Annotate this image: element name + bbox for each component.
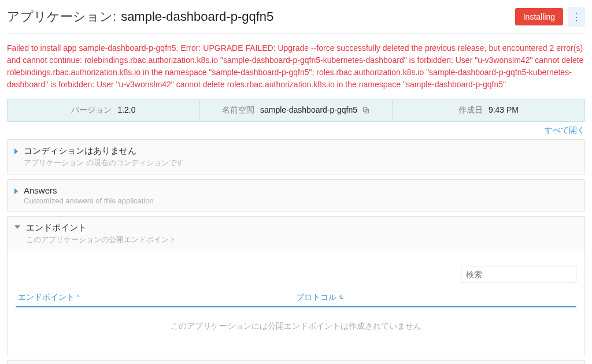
copy-icon[interactable] [362, 106, 370, 115]
namespace-value: sample-dashboard-p-gqfn5 [260, 105, 357, 114]
page-title: アプリケーション: sample-dashboard-p-gqfn5 [7, 8, 273, 25]
info-strip: バージョン 1.2.0 名前空間 sample-dashboard-p-gqfn… [7, 99, 585, 122]
page-header: アプリケーション: sample-dashboard-p-gqfn5 Insta… [7, 7, 585, 34]
version-value: 1.2.0 [117, 105, 135, 114]
error-message: Failed to install app sample-dashboard-p… [7, 42, 585, 91]
conditions-panel: コンディションはありません アプリケーション の現在のコンディションです [7, 139, 585, 174]
chevron-down-icon [14, 225, 20, 229]
expand-all-row: すべて開く [7, 125, 585, 136]
conditions-panel-header[interactable]: コンディションはありません アプリケーション の現在のコンディションです [8, 140, 584, 174]
created-value: 9:43 PM [489, 105, 519, 114]
endpoints-title: エンドポイント [26, 222, 176, 233]
workloads-panel: ワークロード このアプリケーションに作られたワークロードです 状態 ⇅ 名前 ⇅… [7, 360, 585, 364]
actions-menu-button[interactable]: ⋮ [568, 7, 585, 27]
answers-panel-header[interactable]: Answers Customized answers of this appli… [8, 180, 584, 211]
created-label: 作成日 [458, 105, 483, 114]
answers-panel: Answers Customized answers of this appli… [7, 179, 585, 211]
app-name: sample-dashboard-p-gqfn5 [121, 9, 273, 24]
answers-sub: Customized answers of this application [24, 196, 154, 205]
endpoints-table-head: エンドポイント ^ プロトコル ⇅ [16, 289, 576, 307]
namespace-label: 名前空間 [222, 105, 254, 114]
col-protocol[interactable]: プロトコル ⇅ [296, 292, 343, 303]
endpoints-search-input[interactable] [461, 266, 576, 283]
endpoints-body: エンドポイント ^ プロトコル ⇅ このアプリケーションには公開エンドポイントは… [8, 251, 584, 355]
conditions-sub: アプリケーション の現在のコンディションです [24, 158, 184, 168]
col-endpoint[interactable]: エンドポイント ^ [18, 292, 296, 303]
header-actions: Installing ⋮ [515, 7, 585, 27]
endpoints-empty: このアプリケーションには公開エンドポイントは作成されていません [16, 307, 576, 346]
endpoints-sub: このアプリケーションの公開エンドポイント [26, 235, 176, 245]
expand-all-link[interactable]: すべて開く [545, 125, 585, 135]
version-label: バージョン [71, 105, 112, 114]
answers-title: Answers [24, 185, 154, 195]
chevron-right-icon [14, 148, 18, 154]
sort-icon: ⇅ [339, 295, 343, 300]
workloads-panel-header[interactable]: ワークロード このアプリケーションに作られたワークロードです [8, 361, 584, 364]
status-badge: Installing [515, 8, 563, 25]
info-version: バージョン 1.2.0 [8, 99, 199, 121]
endpoints-panel-header[interactable]: エンドポイント このアプリケーションの公開エンドポイント [8, 217, 584, 251]
endpoints-panel: エンドポイント このアプリケーションの公開エンドポイント エンドポイント ^ プ… [7, 216, 585, 355]
conditions-title: コンディションはありません [24, 146, 184, 157]
chevron-right-icon [14, 188, 18, 194]
sort-icon: ^ [77, 295, 80, 300]
info-created: 作成日 9:43 PM [392, 99, 584, 121]
title-prefix: アプリケーション: [7, 8, 116, 25]
info-namespace: 名前空間 sample-dashboard-p-gqfn5 [199, 99, 392, 121]
